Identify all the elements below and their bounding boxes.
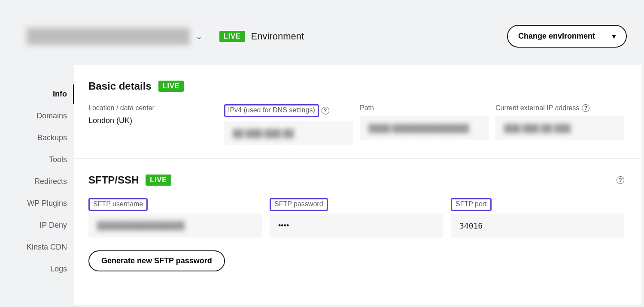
live-badge: LIVE	[146, 175, 171, 186]
sftp-username-field: SFTP username ████████████████	[88, 198, 262, 238]
help-icon[interactable]: ?	[322, 107, 329, 114]
sftp-password-label: SFTP password	[270, 198, 328, 211]
live-badge: LIVE	[158, 81, 184, 92]
sftp-port-label: SFTP port	[451, 198, 492, 211]
location-label: Location / data center	[88, 104, 217, 112]
sidebar-item-wp-plugins[interactable]: WP Plugins	[17, 194, 74, 213]
ipv4-field: IPv4 (used for DNS settings) ? ██.███.██…	[224, 104, 353, 145]
main-content: Basic details LIVE Location / data cente…	[74, 65, 641, 305]
external-ip-value[interactable]: ███.███.██.███	[495, 116, 624, 140]
basic-details-section: Basic details LIVE Location / data cente…	[74, 65, 641, 159]
sidebar-item-ip-deny[interactable]: IP Deny	[17, 216, 74, 235]
sftp-section: SFTP/SSH LIVE ? SFTP username ██████████…	[74, 159, 641, 284]
sftp-port-field: SFTP port 34016	[451, 198, 624, 238]
path-label: Path	[360, 104, 489, 112]
location-field: Location / data center London (UK)	[88, 104, 217, 125]
sidebar-item-domains[interactable]: Domains	[17, 106, 74, 126]
generate-sftp-password-button[interactable]: Generate new SFTP password	[88, 250, 225, 271]
sidebar: Info Domains Backups Tools Redirects WP …	[17, 65, 74, 305]
sftp-password-field: SFTP password ••••	[270, 198, 443, 238]
change-environment-button[interactable]: Change environment ▾	[507, 25, 627, 48]
external-ip-field: Current external IP address ? ███.███.██…	[495, 104, 624, 140]
sidebar-item-redirects[interactable]: Redirects	[17, 172, 74, 191]
ipv4-label: IPv4 (used for DNS settings)	[224, 104, 319, 117]
sftp-title: SFTP/SSH	[88, 174, 139, 186]
site-name-redacted	[27, 28, 190, 45]
sidebar-item-kinsta-cdn[interactable]: Kinsta CDN	[17, 238, 74, 257]
change-environment-label: Change environment	[518, 32, 595, 41]
location-value: London (UK)	[88, 116, 217, 125]
help-icon[interactable]: ?	[617, 176, 624, 184]
sftp-username-label: SFTP username	[88, 198, 148, 211]
sftp-username-value[interactable]: ████████████████	[88, 214, 262, 238]
environment-indicator: LIVE Environment	[219, 31, 304, 42]
sftp-password-value[interactable]: ••••	[270, 214, 443, 238]
site-name-dropdown[interactable]: ⌄	[27, 28, 202, 45]
sidebar-item-info[interactable]: Info	[17, 84, 74, 104]
chevron-down-icon: ⌄	[196, 32, 202, 41]
ipv4-value[interactable]: ██.███.███.██	[224, 121, 353, 145]
sftp-port-value[interactable]: 34016	[451, 214, 624, 238]
sidebar-item-backups[interactable]: Backups	[17, 128, 74, 147]
help-icon[interactable]: ?	[582, 104, 589, 112]
sidebar-item-logs[interactable]: Logs	[17, 259, 74, 279]
path-field: Path ████/██████████████	[360, 104, 489, 140]
sidebar-item-tools[interactable]: Tools	[17, 150, 74, 169]
external-ip-label: Current external IP address	[495, 104, 579, 112]
path-value[interactable]: ████/██████████████	[360, 116, 489, 140]
basic-details-title: Basic details	[88, 80, 152, 92]
live-badge: LIVE	[219, 31, 245, 42]
environment-label: Environment	[251, 31, 304, 42]
chevron-down-icon: ▾	[612, 32, 616, 40]
